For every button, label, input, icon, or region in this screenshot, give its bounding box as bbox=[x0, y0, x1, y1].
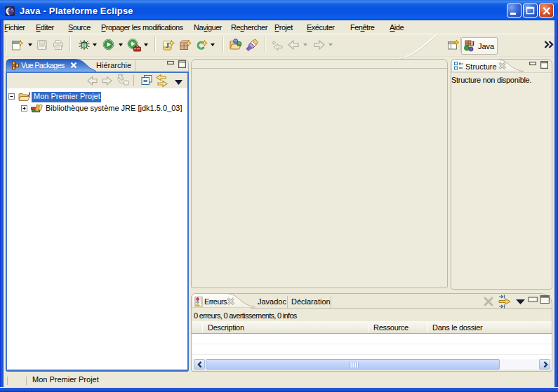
svg-text:J: J bbox=[471, 40, 474, 48]
svg-text:J: J bbox=[166, 41, 169, 49]
